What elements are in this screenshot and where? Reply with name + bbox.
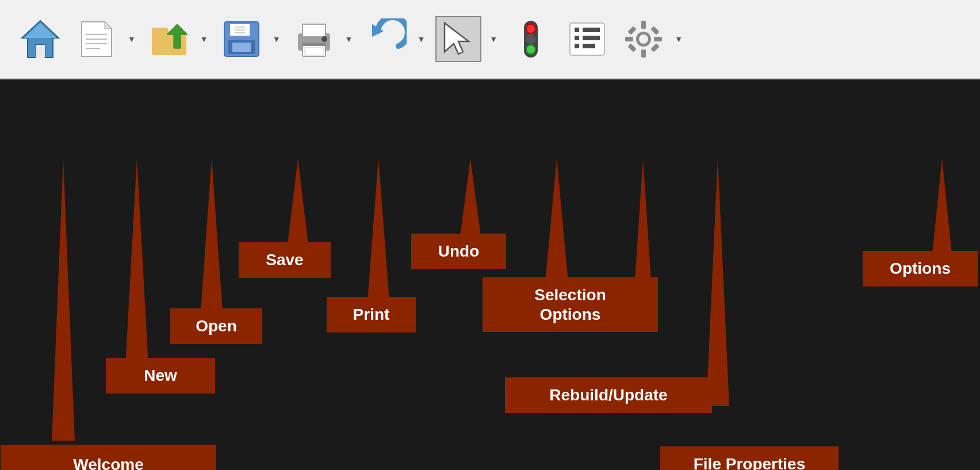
svg-marker-29 [445,23,469,54]
save-label: Save [239,242,331,278]
svg-rect-23 [303,24,326,37]
open-label: Open [170,308,262,344]
selection-label: Selection Options [483,277,658,332]
toolbar: ▼ ▼ ▼ [0,0,980,79]
home-button[interactable] [17,16,63,62]
welcome-pointer [52,159,75,441]
svg-point-33 [526,34,536,44]
print-pointer [367,159,390,308]
svg-rect-11 [152,28,168,35]
undo-button[interactable] [363,16,409,62]
options-label: Options [863,251,978,286]
undo-pointer [459,159,482,245]
svg-rect-3 [36,45,45,58]
save-button[interactable] [219,16,265,62]
options-button[interactable] [621,16,667,62]
svg-rect-26 [305,47,323,55]
svg-rect-41 [575,44,579,48]
rebuild-pointer [631,159,654,331]
svg-rect-18 [232,43,251,52]
svg-rect-49 [627,26,637,35]
print-dropdown-arrow[interactable]: ▼ [345,35,353,44]
svg-marker-2 [24,23,56,38]
print-label: Print [327,297,416,333]
undo-dropdown-arrow[interactable]: ▼ [417,35,425,44]
selection-pointer [545,159,568,282]
svg-rect-50 [650,26,660,35]
svg-rect-42 [583,44,595,48]
selection-dropdown-arrow[interactable]: ▼ [489,35,497,44]
selection-button[interactable] [435,16,481,62]
svg-point-32 [527,25,535,33]
welcome-label: Welcome Dialog Box [1,445,216,470]
save-dropdown-arrow[interactable]: ▼ [273,35,281,44]
fileprops-label: File Properties [660,446,839,470]
options-dropdown-arrow[interactable]: ▼ [675,35,683,44]
new-label: New [106,358,215,393]
svg-point-35 [527,45,535,54]
svg-rect-46 [641,49,646,58]
rebuild-label: Rebuild/Update [505,377,712,413]
svg-point-27 [321,36,327,42]
main-area: Welcome Dialog Box New Open Save Print U… [0,79,980,470]
new-dropdown-arrow[interactable]: ▼ [128,35,136,44]
svg-marker-5 [105,22,112,29]
svg-rect-52 [650,43,660,52]
fileprops-button[interactable] [564,16,610,62]
svg-rect-39 [575,36,579,40]
svg-rect-45 [641,21,646,29]
rebuild-button[interactable] [508,16,554,62]
svg-rect-51 [627,43,637,52]
svg-rect-48 [654,37,662,41]
fileprops-pointer [706,159,729,406]
print-button[interactable] [291,16,337,62]
new-button[interactable] [74,16,120,62]
svg-rect-38 [583,28,600,32]
svg-rect-47 [625,37,633,41]
new-pointer [125,159,148,366]
save-pointer [286,159,309,254]
svg-rect-37 [575,28,579,32]
open-dropdown-arrow[interactable]: ▼ [200,35,208,44]
svg-rect-40 [583,36,600,40]
open-pointer [200,159,223,320]
undo-label: Undo [411,234,506,269]
svg-rect-25 [303,43,326,46]
open-button[interactable] [146,16,192,62]
svg-point-44 [639,35,648,44]
